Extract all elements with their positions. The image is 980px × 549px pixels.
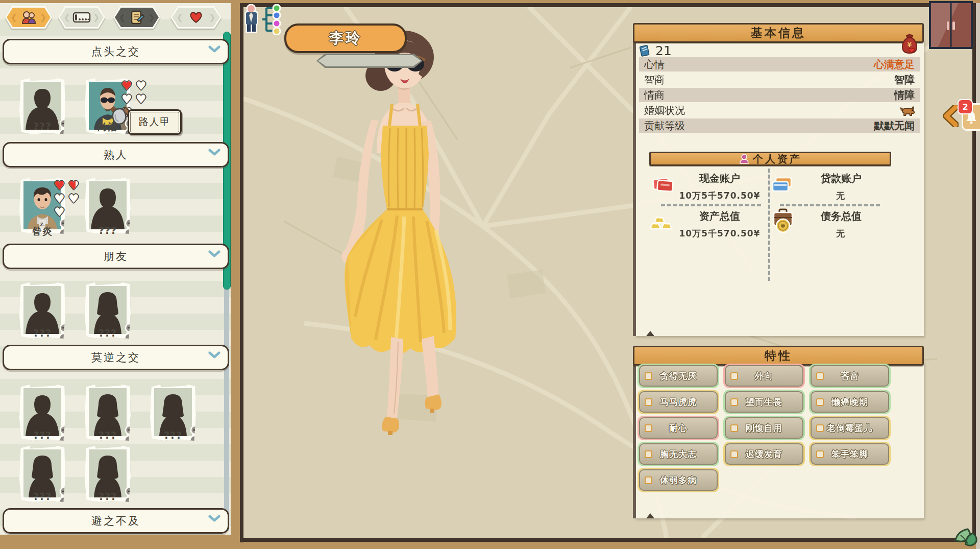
heart-icon: ♥♥ bbox=[68, 193, 81, 205]
collapse-chevron-icon[interactable] bbox=[942, 105, 959, 127]
trait-label: 外向 bbox=[755, 370, 773, 382]
info-value: 情障 bbox=[894, 88, 915, 102]
heart-icon: ♥♥ bbox=[68, 179, 81, 192]
character-relations-icon[interactable] bbox=[244, 4, 288, 35]
screen-edge bbox=[976, 0, 980, 549]
heart-icon: ♥♥ bbox=[54, 179, 66, 192]
section-friend[interactable]: 朋友 bbox=[3, 244, 229, 269]
trait-checkbox-icon bbox=[645, 372, 652, 380]
info-row-contribution: 贡献等级 默默无闻 bbox=[639, 118, 920, 133]
section-close-friend[interactable]: 莫逆之交 bbox=[3, 345, 229, 370]
game-screen: ❮ ❯ ❮ ❯ ❮ bbox=[0, 0, 980, 549]
trait-checkbox-icon bbox=[645, 424, 652, 432]
section-avoid[interactable]: 避之不及 bbox=[3, 508, 229, 534]
trait-chip[interactable]: 胸无大志 bbox=[639, 443, 718, 465]
trait-label: 耐心 bbox=[669, 422, 688, 434]
leaf-corner-icon bbox=[950, 528, 978, 549]
portrait-silhouette-female bbox=[154, 388, 192, 436]
map-frame-left bbox=[240, 3, 243, 542]
trait-label: 懒癌晚期 bbox=[831, 396, 868, 408]
trait-chip[interactable]: 老倒霉蛋儿 bbox=[811, 417, 889, 439]
traits-header: 特性 bbox=[633, 346, 924, 366]
dog-icon bbox=[899, 104, 915, 116]
section-familiar[interactable]: 熟人 bbox=[3, 142, 229, 168]
portrait-silhouette-male bbox=[23, 286, 61, 334]
trait-chip[interactable]: 外向 bbox=[725, 365, 803, 387]
map-frame-right bbox=[972, 3, 976, 542]
trait-label: 望而生畏 bbox=[746, 396, 782, 408]
info-value: 心满意足 bbox=[874, 58, 915, 71]
panel-fold bbox=[646, 331, 654, 336]
info-value: 智障 bbox=[894, 73, 915, 87]
trait-chip[interactable]: 贪得无厌 bbox=[639, 365, 718, 387]
trait-chip[interactable]: 马马虎虎 bbox=[639, 391, 718, 413]
trait-chip[interactable]: 望而生畏 bbox=[725, 391, 803, 413]
tab-favor[interactable]: ❮ ❯ bbox=[170, 6, 222, 29]
asset-label: 贷款账户 bbox=[790, 172, 892, 185]
notification-count: 2 bbox=[962, 102, 968, 112]
heart-icon: ♥♥ bbox=[121, 80, 134, 92]
wardrobe-button[interactable] bbox=[929, 1, 973, 49]
contact-name: ??? bbox=[80, 429, 136, 441]
info-label: 智商 bbox=[644, 73, 665, 87]
contact-name: ??? bbox=[14, 429, 70, 441]
basic-info-panel-edge bbox=[633, 39, 636, 336]
info-label: 婚姻状况 bbox=[644, 104, 685, 117]
portrait-silhouette-male bbox=[89, 181, 127, 229]
asset-label: 资产总值 bbox=[669, 209, 771, 223]
chevron-down-icon bbox=[208, 351, 220, 360]
portrait-silhouette-female bbox=[89, 449, 127, 497]
section-acquaintance-nod[interactable]: 点头之交 bbox=[3, 39, 229, 64]
info-label: 心情 bbox=[644, 58, 665, 71]
trait-chip[interactable]: 懒癌晚期 bbox=[811, 391, 889, 413]
traits-panel-edge bbox=[633, 362, 636, 518]
trait-checkbox-icon bbox=[645, 398, 652, 406]
age-row: 21 bbox=[639, 43, 920, 58]
trait-chip[interactable]: 耐心 bbox=[639, 417, 718, 439]
section-label: 避之不及 bbox=[91, 514, 140, 528]
assets-divider-vertical bbox=[768, 169, 770, 281]
trait-chip[interactable]: 体弱多病 bbox=[639, 469, 718, 491]
asset-value: 无 bbox=[782, 190, 899, 202]
traits-title: 特性 bbox=[765, 348, 792, 364]
wardrobe-handle bbox=[952, 21, 955, 30]
trait-chip[interactable]: 刚愎自用 bbox=[725, 417, 803, 439]
character-name-plate: 李玲 bbox=[284, 23, 407, 53]
trait-chip[interactable]: 吝啬 bbox=[811, 365, 889, 387]
trait-label: 笨手笨脚 bbox=[831, 448, 868, 460]
chevron-down-icon bbox=[208, 514, 220, 523]
trait-checkbox-icon bbox=[730, 398, 738, 406]
notebook-icon bbox=[639, 44, 650, 57]
tab-log[interactable]: ❮ ❯ bbox=[113, 6, 160, 29]
chevron-down-icon bbox=[208, 148, 220, 157]
trait-chip[interactable]: 笨手笨脚 bbox=[811, 443, 889, 465]
trait-checkbox-icon bbox=[730, 372, 738, 380]
trait-checkbox-icon bbox=[645, 450, 652, 458]
trait-label: 贪得无厌 bbox=[660, 370, 697, 382]
character-name: 李玲 bbox=[329, 29, 362, 48]
info-value: 默默无闻 bbox=[874, 119, 915, 133]
trait-checkbox-icon bbox=[730, 424, 738, 432]
tooltip-text: 路人甲 bbox=[139, 115, 171, 129]
trait-label: 刚愎自用 bbox=[746, 422, 782, 434]
panel-fold bbox=[646, 513, 654, 518]
trait-chip[interactable]: 迟缓发育 bbox=[725, 443, 803, 465]
map-frame-top bbox=[240, 3, 980, 7]
assets-header: 个人资产 bbox=[649, 152, 891, 166]
trait-checkbox-icon bbox=[816, 450, 824, 458]
contact-name: ??? bbox=[14, 121, 70, 132]
notification-badge: 2 bbox=[958, 99, 973, 114]
wardrobe-handle bbox=[947, 21, 949, 30]
money-pouch-icon[interactable]: ¥ bbox=[900, 32, 919, 54]
tab-relations[interactable]: ❮ ❯ bbox=[5, 6, 52, 29]
chevron-down-icon bbox=[208, 250, 220, 259]
tab-film[interactable]: ❮ ❯ bbox=[58, 6, 105, 29]
info-row-marital: 婚姻状况 bbox=[639, 103, 920, 117]
contact-name: ??? bbox=[80, 327, 136, 339]
trait-label: 胸无大志 bbox=[660, 448, 697, 460]
trait-checkbox-icon bbox=[645, 476, 652, 484]
basic-info-title: 基本信息 bbox=[751, 25, 806, 41]
info-label: 情商 bbox=[644, 88, 665, 102]
contact-name: ??? bbox=[145, 429, 201, 441]
chevron-down-icon bbox=[208, 45, 220, 54]
